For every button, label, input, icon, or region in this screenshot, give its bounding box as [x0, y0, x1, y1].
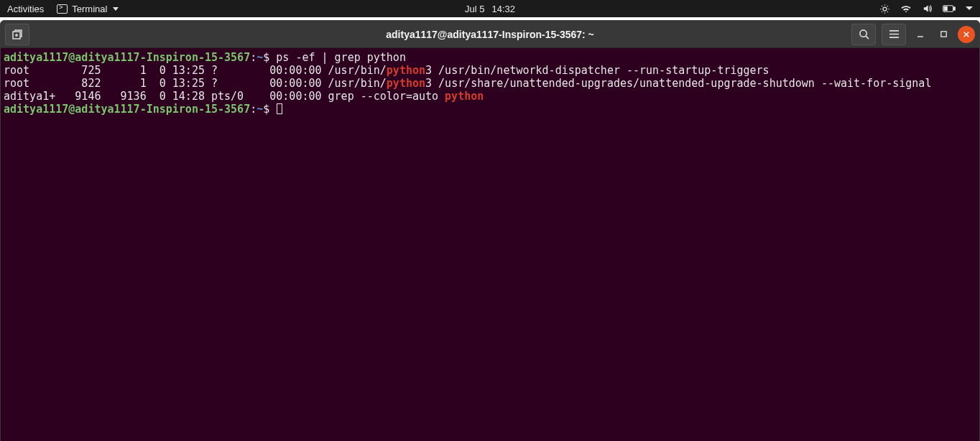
- menu-button[interactable]: [882, 24, 906, 45]
- svg-point-5: [859, 30, 866, 37]
- terminal-icon: [57, 4, 68, 14]
- clock[interactable]: Jul 5 14:32: [465, 4, 515, 14]
- system-tray[interactable]: [879, 4, 973, 14]
- terminal-window: aditya1117@aditya1117-Inspiron-15-3567: …: [0, 20, 980, 441]
- maximize-button[interactable]: [935, 26, 952, 43]
- window-title: aditya1117@aditya1117-Inspiron-15-3567: …: [386, 29, 594, 40]
- chevron-down-icon: [113, 7, 119, 11]
- topbar-date: Jul 5: [465, 4, 484, 14]
- close-button[interactable]: [958, 26, 975, 43]
- volume-icon: [922, 4, 933, 14]
- activities-button[interactable]: Activities: [7, 4, 44, 14]
- chevron-down-icon: [966, 6, 973, 11]
- terminal-body[interactable]: aditya1117@aditya1117-Inspiron-15-3567:~…: [1, 48, 979, 441]
- new-tab-button[interactable]: [5, 24, 29, 45]
- svg-rect-3: [944, 6, 947, 11]
- app-name: Terminal: [72, 4, 107, 14]
- search-button[interactable]: [851, 24, 876, 45]
- minimize-button[interactable]: [912, 26, 929, 43]
- wifi-icon: [900, 4, 912, 14]
- svg-rect-6: [940, 32, 946, 37]
- gnome-topbar: Activities Terminal Jul 5 14:32: [0, 0, 980, 17]
- battery-icon: [943, 4, 956, 13]
- terminal-titlebar[interactable]: aditya1117@aditya1117-Inspiron-15-3567: …: [1, 21, 979, 48]
- svg-rect-2: [953, 7, 955, 10]
- app-menu[interactable]: Terminal: [57, 4, 119, 14]
- topbar-time: 14:32: [491, 4, 515, 14]
- brightness-icon: [879, 4, 890, 14]
- svg-point-0: [883, 7, 887, 11]
